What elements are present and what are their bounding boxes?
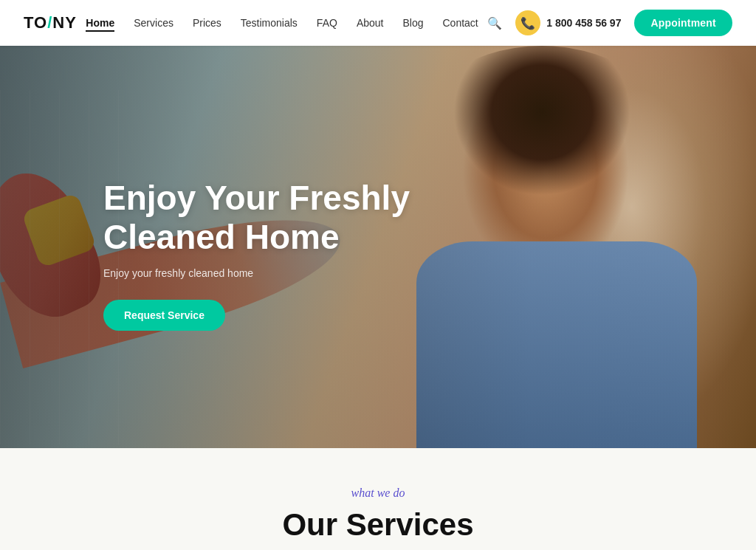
- nav-item-blog[interactable]: Blog: [402, 16, 423, 30]
- logo-slash: /: [47, 13, 52, 32]
- nav-link-about[interactable]: About: [357, 17, 384, 29]
- nav-link-contact[interactable]: Contact: [443, 17, 478, 29]
- appointment-button[interactable]: Appointment: [634, 10, 732, 36]
- nav-link-prices[interactable]: Prices: [193, 17, 221, 29]
- nav-link-faq[interactable]: FAQ: [317, 17, 337, 29]
- phone-number: 1 800 458 56 97: [546, 17, 621, 29]
- hero-section: Enjoy Your Freshly Cleaned Home Enjoy yo…: [0, 46, 756, 448]
- logo-text-part1: TO: [24, 13, 47, 32]
- phone-icon: 📞: [515, 10, 540, 35]
- services-section: what we do Our Services 🧹 ✨ 🏠 🛁: [0, 448, 756, 550]
- logo-text-part2: NY: [52, 13, 77, 32]
- nav-item-faq[interactable]: FAQ: [317, 16, 337, 30]
- nav-link-home[interactable]: Home: [86, 17, 114, 32]
- nav-item-prices[interactable]: Prices: [193, 16, 221, 30]
- nav-item-testimonials[interactable]: Testimonials: [241, 16, 298, 30]
- nav-item-home[interactable]: Home: [86, 16, 114, 30]
- nav-item-services[interactable]: Services: [134, 16, 173, 30]
- search-icon[interactable]: 🔍: [487, 16, 502, 30]
- hero-content: Enjoy Your Freshly Cleaned Home Enjoy yo…: [103, 179, 413, 331]
- services-eyebrow: what we do: [24, 487, 732, 500]
- brand-logo[interactable]: TO/NY: [24, 13, 77, 32]
- nav-link-testimonials[interactable]: Testimonials: [241, 17, 298, 29]
- request-service-button[interactable]: Request Service: [103, 300, 225, 331]
- navbar: TO/NY Home Services Prices Testimonials …: [0, 0, 756, 46]
- nav-link-services[interactable]: Services: [134, 17, 173, 29]
- nav-item-contact[interactable]: Contact: [443, 16, 478, 30]
- phone-block: 📞 1 800 458 56 97: [515, 10, 621, 35]
- hero-subtitle: Enjoy your freshly cleaned home: [103, 267, 413, 279]
- nav-link-blog[interactable]: Blog: [402, 17, 423, 29]
- nav-item-about[interactable]: About: [357, 16, 384, 30]
- nav-right: 🔍 📞 1 800 458 56 97 Appointment: [487, 10, 732, 36]
- hero-title: Enjoy Your Freshly Cleaned Home: [103, 179, 413, 257]
- nav-links: Home Services Prices Testimonials FAQ Ab…: [86, 16, 478, 30]
- services-title: Our Services: [24, 507, 732, 543]
